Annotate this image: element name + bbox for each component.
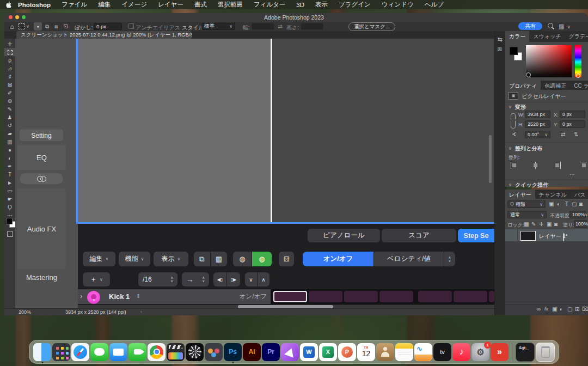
healing-brush-tool[interactable]: ⊕ — [4, 97, 15, 105]
zoom-tool[interactable]: Ϙ — [4, 203, 15, 211]
dock-notes[interactable] — [395, 343, 413, 361]
collapse-rows-icon[interactable]: ∨ — [245, 272, 257, 286]
dock-safari[interactable] — [71, 343, 89, 361]
dock-mail[interactable] — [109, 343, 127, 361]
tab-step-sequencer[interactable]: Step Se — [458, 229, 494, 242]
shape-tool[interactable]: ▭ — [4, 187, 15, 195]
selection-mode-subtract-icon[interactable]: ⧈ — [52, 22, 60, 30]
collapsed-panel-history-icon[interactable]: ⇆ — [495, 35, 504, 44]
workspace-switcher-icon[interactable]: ▥ — [559, 23, 564, 30]
dock-affinity-photo[interactable] — [281, 343, 299, 361]
panel-foreground-swatch[interactable] — [510, 47, 518, 55]
tab-swatches[interactable]: スウォッチ — [529, 31, 565, 42]
canvas-vertical-scrollbar[interactable] — [489, 135, 492, 183]
height-input[interactable] — [301, 23, 323, 30]
menu-image[interactable]: イメージ — [116, 1, 152, 9]
select-and-mask-button[interactable]: 選択とマスク... — [348, 22, 395, 31]
step-cell-selected[interactable] — [273, 291, 307, 302]
tab-adjustments[interactable]: 色調補正 — [541, 81, 570, 90]
menu-help[interactable]: ヘルプ — [419, 1, 449, 9]
eraser-tool[interactable]: ▰ — [4, 130, 15, 138]
delete-layer-icon[interactable]: ⌧ — [582, 306, 588, 312]
menu-plugins[interactable]: プラグイン — [333, 1, 376, 9]
history-brush-tool[interactable]: ↺ — [4, 121, 15, 130]
align-distribute-header[interactable]: 整列と分布 — [515, 145, 542, 152]
tab-properties[interactable]: プロパティ — [505, 81, 541, 90]
pattern-prev-icon[interactable]: ◀▯ — [213, 272, 226, 286]
align-more-icon[interactable]: ⋯ — [569, 172, 575, 178]
lasso-tool[interactable]: ϱ — [4, 56, 15, 64]
lock-all-icon[interactable]: ◙ — [554, 221, 558, 227]
midi-learn-icon[interactable]: ◍ — [252, 252, 272, 266]
foreground-color-swatch[interactable] — [6, 218, 13, 224]
h-input[interactable]: 2520 px — [525, 120, 550, 128]
dock-finder[interactable] — [33, 343, 51, 361]
rectangular-marquee-tool[interactable] — [8, 50, 13, 55]
dock-illustrator[interactable]: Ai — [243, 343, 261, 361]
tab-piano-roll[interactable]: ピアノロール — [308, 229, 380, 242]
add-mask-icon[interactable]: ▣ — [552, 306, 557, 312]
clone-stamp-tool[interactable]: ♟ — [4, 113, 15, 121]
align-center-icon[interactable] — [532, 162, 539, 169]
menu-window[interactable]: ウィンドウ — [376, 1, 419, 9]
flip-horizontal-icon[interactable]: ⇄ — [561, 131, 565, 137]
track-name[interactable]: Kick 1 — [109, 292, 130, 301]
swap-dimensions-icon[interactable]: ⇄ — [278, 23, 282, 29]
path-selection-tool[interactable]: ► — [4, 179, 15, 187]
blur-tool[interactable]: ● — [4, 146, 15, 154]
align-left-icon[interactable] — [511, 162, 518, 169]
quick-actions-collapse-icon[interactable]: ∨ — [509, 182, 512, 187]
eyedropper-tool[interactable]: ✐ — [4, 89, 15, 97]
status-chevron-icon[interactable]: › — [140, 309, 142, 314]
midi-in-icon[interactable]: ◍ — [233, 252, 252, 266]
lock-transparency-icon[interactable]: ▩ — [524, 221, 529, 227]
dock-chrome[interactable] — [148, 343, 166, 361]
menu-layer[interactable]: レイヤー — [152, 1, 189, 9]
align-top-icon[interactable] — [580, 162, 587, 169]
link-layers-icon[interactable]: ∞ — [537, 306, 541, 312]
dock-messages[interactable] — [90, 343, 108, 361]
edit-menu-button[interactable]: 編集∨ — [83, 252, 115, 266]
filter-group-icon[interactable]: ▢ — [572, 201, 577, 207]
expand-rows-icon[interactable]: ∧ — [258, 272, 270, 286]
dock-word[interactable]: W — [300, 343, 318, 361]
color-field[interactable] — [526, 45, 572, 77]
opacity-input[interactable]: 100%∨ — [569, 211, 586, 218]
collapsed-panel-comments-icon[interactable]: ✉ — [495, 45, 504, 53]
dock-calendar[interactable]: 7月12 — [357, 343, 375, 361]
add-row-button[interactable]: ＋∨ — [83, 272, 110, 286]
brush-tool[interactable]: ✎ — [4, 105, 15, 113]
pen-tool[interactable]: ✒ — [4, 162, 15, 170]
tab-layers[interactable]: レイヤー — [505, 190, 535, 199]
step-cell[interactable] — [309, 291, 342, 302]
home-icon[interactable]: ⌂ — [8, 22, 16, 30]
width-input[interactable] — [252, 23, 274, 30]
dock-trash[interactable] — [536, 343, 555, 362]
tab-score[interactable]: スコア — [382, 229, 456, 242]
dock-terminal[interactable]: &gt;_ — [516, 343, 535, 362]
antialias-checkbox[interactable] — [128, 23, 134, 29]
menu-3d[interactable]: 3D — [291, 2, 310, 8]
blend-mode-select[interactable]: 通常∨ — [507, 211, 547, 218]
stereo-output-button[interactable] — [20, 173, 63, 184]
tab-color[interactable]: カラー — [505, 31, 529, 42]
lock-artboard-icon[interactable]: ▣ — [547, 221, 552, 227]
menu-file[interactable]: ファイル — [56, 1, 93, 9]
align-right-icon[interactable] — [554, 162, 561, 169]
random-steps-icon[interactable]: ⚄ — [279, 252, 294, 266]
step-cell[interactable] — [418, 291, 452, 302]
flip-vertical-icon[interactable]: ⇅ — [574, 131, 578, 137]
dock-apple-tv[interactable]: tv — [433, 343, 451, 361]
disclosure-chevron-icon[interactable]: › — [80, 292, 82, 300]
dock-system-settings[interactable]: ⚙1 — [471, 343, 489, 361]
dock-facetime[interactable] — [128, 343, 146, 361]
hue-slider[interactable] — [575, 45, 581, 77]
view-menu-button[interactable]: 表示∨ — [154, 252, 188, 266]
filter-lock-icon[interactable]: ◙ — [579, 201, 583, 207]
tab-paths[interactable]: パス — [571, 190, 588, 199]
step-cell-clipped[interactable] — [489, 291, 494, 302]
marquee-tool-badge-icon[interactable] — [19, 23, 24, 29]
pads-icon[interactable]: ▦ — [211, 252, 227, 266]
dock-contacts[interactable] — [376, 343, 394, 361]
quick-actions-header[interactable]: クイック操作 — [515, 181, 548, 189]
